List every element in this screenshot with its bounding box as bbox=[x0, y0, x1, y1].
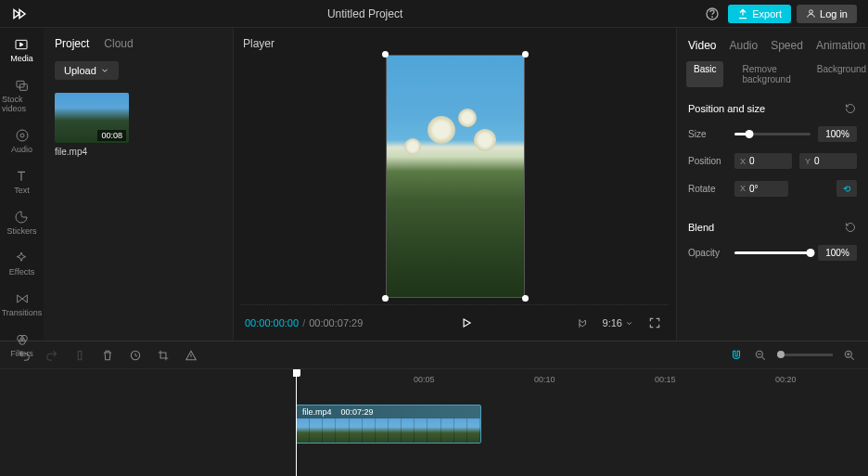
player-canvas[interactable] bbox=[386, 55, 525, 298]
export-button[interactable]: Export bbox=[728, 5, 791, 23]
playhead[interactable] bbox=[296, 369, 297, 476]
opacity-value[interactable]: 100% bbox=[818, 245, 857, 261]
warning-icon[interactable] bbox=[184, 348, 198, 363]
stickers-icon bbox=[14, 210, 29, 225]
tab-audio[interactable]: Audio bbox=[729, 39, 758, 52]
subtab-basic[interactable]: Basic bbox=[686, 61, 723, 87]
resize-handle-tl[interactable] bbox=[382, 51, 389, 58]
position-y-input[interactable]: Y0 bbox=[799, 153, 857, 169]
resize-handle-tr[interactable] bbox=[522, 51, 529, 58]
crop-icon[interactable] bbox=[156, 348, 171, 363]
tab-video[interactable]: Video bbox=[688, 39, 716, 52]
magnet-icon[interactable] bbox=[729, 348, 744, 363]
zoom-in-icon[interactable] bbox=[842, 348, 857, 363]
aspect-ratio-select[interactable]: 9:16 bbox=[603, 317, 633, 328]
section-position-size: Position and size bbox=[688, 103, 765, 114]
zoom-out-icon[interactable] bbox=[753, 348, 768, 363]
text-icon bbox=[14, 169, 29, 184]
undo-icon[interactable] bbox=[17, 348, 32, 363]
sidebar-item-transitions[interactable]: Transitions bbox=[0, 289, 44, 319]
size-value[interactable]: 100% bbox=[818, 126, 857, 142]
sidebar-item-text[interactable]: Text bbox=[12, 167, 32, 197]
upload-button[interactable]: Upload bbox=[55, 61, 119, 80]
tab-project[interactable]: Project bbox=[55, 37, 89, 50]
rotate-input[interactable]: X0° bbox=[734, 181, 788, 197]
size-slider[interactable] bbox=[734, 133, 811, 135]
svg-point-1 bbox=[712, 17, 713, 18]
effects-icon bbox=[14, 251, 29, 265]
svg-point-2 bbox=[810, 10, 813, 14]
media-icon bbox=[14, 37, 29, 52]
media-filename: file.mp4 bbox=[55, 147, 222, 157]
chevron-down-icon bbox=[100, 66, 109, 75]
subtab-background[interactable]: Background bbox=[810, 61, 868, 87]
sidebar-item-media[interactable]: Media bbox=[8, 35, 35, 65]
position-x-input[interactable]: X0 bbox=[734, 153, 792, 169]
zoom-slider[interactable] bbox=[777, 354, 833, 356]
tab-speed[interactable]: Speed bbox=[771, 39, 803, 52]
speed-icon[interactable] bbox=[128, 348, 143, 363]
stock-icon bbox=[15, 78, 30, 93]
reset-blend-icon[interactable] bbox=[844, 221, 857, 234]
delete-icon[interactable] bbox=[100, 348, 115, 363]
timeline-ruler[interactable]: 00:05 00:10 00:15 00:20 bbox=[293, 369, 868, 390]
help-icon[interactable] bbox=[702, 4, 722, 24]
tab-animation[interactable]: Animation bbox=[816, 39, 865, 52]
reset-position-icon[interactable] bbox=[844, 102, 857, 115]
play-button[interactable] bbox=[456, 313, 477, 333]
time-display: 00:00:00:00/00:00:07:29 bbox=[245, 317, 363, 328]
login-button[interactable]: Log in bbox=[797, 5, 857, 23]
svg-rect-13 bbox=[78, 351, 82, 359]
sidebar-item-stock[interactable]: Stock videos bbox=[0, 76, 44, 115]
media-thumbnail: 00:08 bbox=[55, 93, 129, 143]
resize-handle-br[interactable] bbox=[522, 295, 529, 302]
opacity-slider[interactable] bbox=[734, 251, 811, 254]
tab-cloud[interactable]: Cloud bbox=[104, 37, 133, 50]
section-blend: Blend bbox=[688, 222, 714, 233]
video-track[interactable]: file.mp4 00:07:29 bbox=[293, 405, 868, 444]
sidebar-item-effects[interactable]: Effects bbox=[7, 249, 36, 278]
resize-handle-bl[interactable] bbox=[382, 295, 389, 302]
flip-button[interactable]: ⟲ bbox=[836, 180, 857, 197]
audio-icon bbox=[15, 128, 30, 143]
sidebar-item-stickers[interactable]: Stickers bbox=[5, 208, 38, 238]
sidebar-item-audio[interactable]: Audio bbox=[9, 126, 34, 156]
project-title[interactable]: Untitled Project bbox=[327, 7, 402, 20]
subtab-remove-bg[interactable]: Remove background bbox=[734, 61, 798, 87]
split-icon[interactable] bbox=[72, 348, 87, 363]
media-item[interactable]: 00:08 file.mp4 bbox=[55, 93, 222, 157]
redo-icon[interactable] bbox=[45, 348, 59, 363]
quality-icon[interactable] bbox=[571, 313, 592, 333]
svg-point-7 bbox=[20, 134, 24, 137]
timeline-clip[interactable]: file.mp4 00:07:29 bbox=[296, 405, 481, 444]
fullscreen-icon[interactable] bbox=[645, 313, 665, 333]
transitions-icon bbox=[15, 291, 30, 306]
app-logo[interactable] bbox=[11, 6, 28, 22]
player-label: Player bbox=[241, 37, 669, 50]
svg-point-6 bbox=[17, 130, 28, 141]
